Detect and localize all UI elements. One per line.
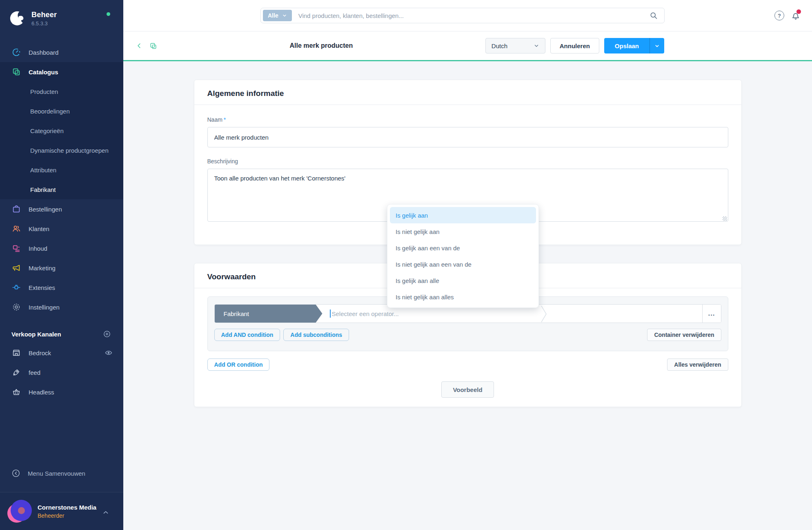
sidebar-item-marketing[interactable]: Marketing bbox=[0, 258, 123, 278]
segment-chevron-icon bbox=[541, 305, 547, 323]
search-placeholder: Vind producten, klanten, bestellingen... bbox=[298, 12, 404, 19]
extensions-plug-icon bbox=[11, 283, 21, 292]
operator-option-not-equals[interactable]: Is niet gelijk aan bbox=[390, 223, 536, 240]
operator-option-not-equals-all[interactable]: Is niet gelijk aan alles bbox=[390, 289, 536, 305]
avatar bbox=[8, 500, 31, 523]
add-or-condition-button[interactable]: Add OR condition bbox=[207, 359, 270, 371]
chevron-up-icon[interactable] bbox=[102, 509, 109, 516]
global-search-input[interactable]: Alle Vind producten, klanten, bestelling… bbox=[260, 8, 665, 23]
cancel-button[interactable]: Annuleren bbox=[550, 38, 599, 53]
back-button[interactable] bbox=[136, 42, 143, 49]
sidebar-item-feed[interactable]: feed bbox=[0, 363, 123, 382]
remove-all-button[interactable]: Alles verwijderen bbox=[667, 359, 728, 371]
notifications-bell-icon[interactable] bbox=[791, 11, 801, 20]
sidebar-item-headless[interactable]: Headless bbox=[0, 382, 123, 402]
operator-dropdown: Is gelijk aan Is niet gelijk aan Is geli… bbox=[387, 204, 539, 308]
search-scope-dropdown[interactable]: Alle bbox=[263, 10, 292, 21]
sidebar-item-label: Catalogus bbox=[29, 69, 58, 76]
sidebar-item-instellingen[interactable]: Instellingen bbox=[0, 297, 123, 317]
add-and-condition-button[interactable]: Add AND condition bbox=[214, 329, 280, 341]
customers-users-icon bbox=[11, 224, 21, 234]
more-options-button[interactable]: ... bbox=[702, 305, 721, 323]
operator-option-equals-all[interactable]: Is gelijk aan alle bbox=[390, 272, 536, 289]
orders-bag-icon bbox=[11, 204, 21, 214]
sidebar-nav: Dashboard Catalogus Producten Beoordelin… bbox=[0, 42, 123, 492]
operator-option-equals-any[interactable]: Is gelijk aan een van de bbox=[390, 240, 536, 256]
sidebar-item-label: Dashboard bbox=[29, 49, 58, 56]
help-icon[interactable]: ? bbox=[774, 11, 784, 20]
collapse-menu-button[interactable]: Menu Samenvouwen bbox=[0, 463, 123, 483]
user-name: Cornerstones Media bbox=[38, 504, 96, 511]
marketing-megaphone-icon bbox=[11, 263, 21, 273]
sidebar-item-categorieen[interactable]: Categorieën bbox=[0, 121, 123, 140]
app-title: Beheer bbox=[31, 11, 57, 19]
sidebar-item-beoordelingen[interactable]: Beoordelingen bbox=[0, 101, 123, 121]
operator-option-not-equals-any[interactable]: Is niet gelijk aan een van de bbox=[390, 256, 536, 272]
sidebar: Beheer 6.5.3.3 Dashboard bbox=[0, 0, 123, 530]
sidebar-item-dashboard[interactable]: Dashboard bbox=[0, 42, 123, 62]
remove-container-button[interactable]: Container verwijderen bbox=[647, 329, 721, 341]
chevron-down-icon bbox=[282, 13, 287, 18]
sales-channels-heading: Verkoop Kanalen bbox=[0, 325, 123, 343]
smart-bar: Alle merk producten Dutch Annuleren Opsl… bbox=[123, 31, 812, 61]
shopware-logo bbox=[9, 10, 26, 27]
notification-badge bbox=[796, 9, 801, 14]
collapse-chevron-icon bbox=[11, 469, 20, 478]
user-card[interactable]: Cornerstones Media Beheerder bbox=[0, 492, 123, 530]
text-cursor bbox=[330, 310, 331, 318]
eye-icon[interactable] bbox=[105, 349, 113, 357]
search-icon[interactable] bbox=[650, 11, 658, 20]
sidebar-item-klanten[interactable]: Klanten bbox=[0, 219, 123, 238]
description-label: Beschrijving bbox=[207, 158, 728, 165]
topbar: Alle Vind producten, klanten, bestelling… bbox=[123, 0, 812, 31]
sidebar-item-attributen[interactable]: Attributen bbox=[0, 160, 123, 180]
content-layout-icon bbox=[11, 243, 21, 253]
operator-option-equals[interactable]: Is gelijk aan bbox=[390, 207, 536, 223]
dashboard-gauge-icon bbox=[11, 47, 21, 57]
sidebar-item-bestellingen[interactable]: Bestellingen bbox=[0, 199, 123, 219]
duplicate-icon[interactable] bbox=[149, 42, 157, 50]
card-title: Algemene informatie bbox=[194, 80, 741, 105]
sidebar-item-bedrock[interactable]: Bedrock bbox=[0, 343, 123, 363]
sidebar-item-dynamische-productgroepen[interactable]: Dynamische productgroepen bbox=[0, 140, 123, 160]
add-sales-channel-button[interactable] bbox=[103, 330, 111, 338]
sidebar-item-catalogus[interactable]: Catalogus bbox=[0, 62, 123, 82]
user-role: Beheerder bbox=[38, 512, 96, 519]
sidebar-item-inhoud[interactable]: Inhoud bbox=[0, 238, 123, 258]
sidebar-section-catalogus: Catalogus Producten Beoordelingen Catego… bbox=[0, 62, 123, 199]
preview-button[interactable]: Voorbeeld bbox=[441, 381, 494, 398]
settings-gear-icon bbox=[11, 302, 21, 312]
online-status-dot bbox=[107, 12, 110, 16]
page-title: Alle merk producten bbox=[157, 42, 485, 49]
save-button[interactable]: Opslaan bbox=[604, 38, 664, 53]
app-version: 6.5.3.3 bbox=[31, 20, 57, 27]
sidebar-item-extensies[interactable]: Extensies bbox=[0, 278, 123, 297]
required-asterisk: * bbox=[224, 116, 226, 123]
chevron-down-icon bbox=[534, 43, 539, 49]
catalog-copy-icon bbox=[11, 67, 21, 77]
resize-grip[interactable] bbox=[723, 216, 727, 221]
name-field[interactable] bbox=[207, 127, 728, 147]
sidebar-item-fabrikant[interactable]: Fabrikant bbox=[0, 180, 123, 199]
sidebar-item-producten[interactable]: Producten bbox=[0, 82, 123, 101]
language-select[interactable]: Dutch bbox=[485, 38, 545, 53]
storefront-icon bbox=[11, 348, 21, 358]
add-subconditions-button[interactable]: Add subconditions bbox=[283, 329, 349, 341]
condition-field-chip[interactable]: Fabrikant bbox=[215, 305, 323, 323]
operator-placeholder: Selecteer een operator... bbox=[332, 310, 399, 317]
rocket-icon bbox=[11, 367, 21, 377]
brand-header: Beheer 6.5.3.3 bbox=[0, 0, 123, 42]
save-split-chevron[interactable] bbox=[650, 38, 664, 53]
basket-icon bbox=[11, 387, 21, 397]
name-label: Naam* bbox=[207, 116, 728, 123]
